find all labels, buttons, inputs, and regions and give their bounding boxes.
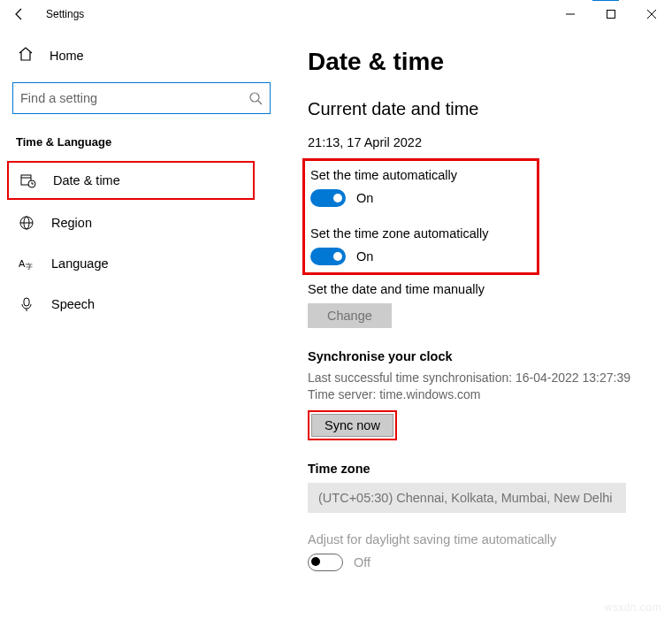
- page-title: Date & time: [308, 48, 647, 76]
- svg-line-5: [258, 101, 262, 104]
- sidebar-item-label: Region: [51, 216, 92, 230]
- maximize-button[interactable]: [591, 0, 631, 28]
- sidebar-item-datetime[interactable]: Date & time: [7, 161, 255, 200]
- dst-state: Off: [354, 555, 370, 569]
- sync-now-button[interactable]: Sync now: [311, 414, 393, 437]
- auto-zone-toggle[interactable]: [310, 248, 346, 265]
- sync-server-text: Time server: time.windows.com: [308, 387, 647, 401]
- datetime-value: 21:13, 17 April 2022: [308, 135, 647, 149]
- svg-rect-16: [24, 298, 29, 306]
- category-heading: Time & Language: [12, 135, 271, 149]
- timezone-dropdown[interactable]: (UTC+05:30) Chennai, Kolkata, Mumbai, Ne…: [308, 483, 626, 513]
- content-pane: Date & time Current date and time 21:13,…: [283, 28, 672, 619]
- home-link[interactable]: Home: [12, 39, 271, 72]
- watermark: wsxdn.com: [604, 601, 661, 614]
- language-icon: A字: [18, 255, 35, 272]
- sync-heading: Synchronise your clock: [308, 349, 647, 363]
- svg-text:A: A: [19, 258, 26, 269]
- sidebar-item-region[interactable]: Region: [12, 205, 271, 241]
- sync-last-text: Last successful time synchronisation: 16…: [308, 371, 647, 385]
- manual-label: Set the date and time manually: [308, 282, 647, 296]
- svg-text:字: 字: [26, 263, 33, 271]
- sidebar-item-label: Speech: [51, 297, 95, 311]
- dst-label: Adjust for daylight saving time automati…: [308, 532, 647, 546]
- microphone-icon: [18, 295, 35, 313]
- sidebar-item-label: Language: [51, 256, 109, 271]
- sidebar: Home Time & Language Date & time Region …: [0, 28, 283, 619]
- calendar-clock-icon: [19, 172, 37, 189]
- home-icon: [18, 46, 34, 65]
- section-current-datetime: Current date and time: [308, 99, 647, 119]
- close-button[interactable]: [631, 0, 672, 28]
- auto-zone-label: Set the time zone automatically: [310, 226, 526, 241]
- sidebar-item-label: Date & time: [53, 173, 120, 187]
- arrow-left-icon: [12, 7, 27, 21]
- maximize-icon: [607, 10, 615, 19]
- close-icon: [647, 10, 656, 19]
- auto-time-label: Set the time automatically: [310, 168, 526, 182]
- search-icon: [248, 91, 263, 105]
- minimize-button[interactable]: [550, 0, 591, 28]
- timezone-heading: Time zone: [308, 462, 647, 476]
- sync-highlight: Sync now: [308, 410, 397, 440]
- home-label: Home: [50, 49, 84, 63]
- search-box[interactable]: [12, 82, 271, 114]
- search-input[interactable]: [20, 91, 248, 105]
- auto-zone-state: On: [356, 249, 373, 264]
- change-button[interactable]: Change: [308, 303, 392, 328]
- auto-time-state: On: [356, 191, 373, 205]
- auto-time-toggle[interactable]: [310, 189, 346, 207]
- minimize-icon: [566, 10, 575, 19]
- svg-rect-1: [607, 11, 615, 19]
- highlight-auto-settings: Set the time automatically On Set the ti…: [302, 158, 539, 275]
- sidebar-item-language[interactable]: A字 Language: [12, 246, 271, 281]
- window-title: Settings: [46, 8, 84, 20]
- dst-toggle: [308, 554, 343, 571]
- back-button[interactable]: [7, 2, 32, 27]
- titlebar: Settings: [0, 0, 672, 28]
- svg-point-4: [250, 93, 259, 102]
- globe-icon: [18, 214, 35, 232]
- sidebar-item-speech[interactable]: Speech: [12, 287, 271, 322]
